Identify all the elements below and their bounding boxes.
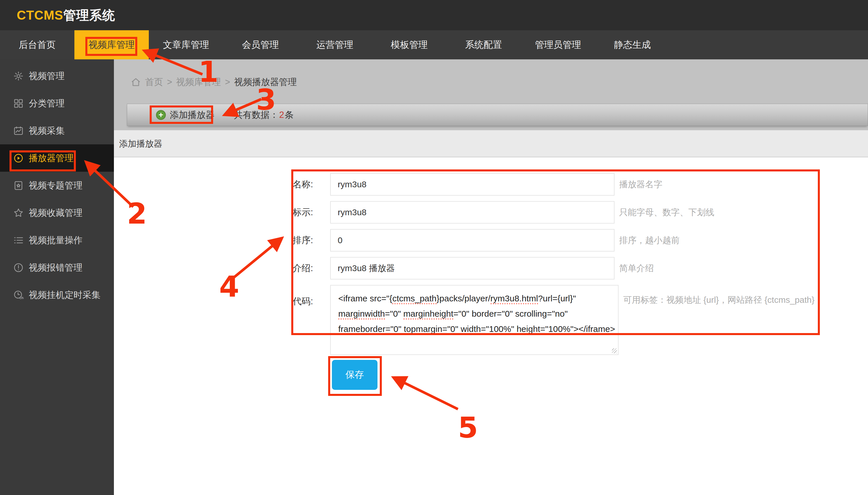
nav-tab-video-library[interactable]: 视频库管理 bbox=[75, 30, 149, 59]
sidebar-item-video-management[interactable]: 视频管理 bbox=[0, 62, 114, 90]
sidebar-menu: 视频管理 分类管理 视频采集 播放器管理 视频专题管理 视频收藏管理 bbox=[0, 59, 114, 309]
sidebar-item-label: 视频管理 bbox=[29, 70, 65, 82]
breadcrumb-separator: > bbox=[225, 77, 230, 87]
form-row-intro: 介绍: 简单介绍 bbox=[293, 257, 815, 279]
star-icon bbox=[13, 208, 23, 218]
plus-icon: + bbox=[156, 110, 166, 120]
sidebar-item-category-management[interactable]: 分类管理 bbox=[0, 90, 114, 117]
gear-icon bbox=[13, 71, 23, 81]
sort-input[interactable] bbox=[330, 229, 615, 252]
intro-input[interactable] bbox=[330, 257, 615, 279]
list-icon bbox=[13, 235, 23, 245]
error-icon bbox=[13, 262, 23, 273]
topic-icon bbox=[13, 181, 23, 191]
sidebar-item-label: 视频专题管理 bbox=[29, 180, 82, 192]
sidebar-item-video-error-management[interactable]: 视频报错管理 bbox=[0, 254, 114, 281]
sidebar-item-video-scheduled-collect[interactable]: ON 视频挂机定时采集 bbox=[0, 281, 114, 309]
nav-tab-operations[interactable]: 运营管理 bbox=[298, 30, 372, 59]
app-header: CTCMS管理系统 bbox=[0, 0, 868, 30]
sidebar-item-video-collect[interactable]: 视频采集 bbox=[0, 117, 114, 144]
nav-tab-dashboard[interactable]: 后台首页 bbox=[0, 30, 75, 59]
count-value: 2 bbox=[279, 110, 284, 120]
add-player-panel: 添加播放器 名称: 播放器名字 标示: 只能字母、数字、下划线 排序: bbox=[114, 130, 868, 495]
toolbar: + 添加播放器 共有数据：2条 bbox=[127, 104, 868, 126]
intro-hint: 简单介绍 bbox=[619, 262, 654, 274]
breadcrumb: 首页 > 视频库管理 > 视频播放器管理 bbox=[131, 75, 297, 89]
app-logo: CTCMS管理系统 bbox=[17, 0, 115, 30]
sort-hint: 排序，越小越前 bbox=[619, 235, 680, 246]
add-player-form: 名称: 播放器名字 标示: 只能字母、数字、下划线 排序: 排序，越小越前 bbox=[293, 173, 815, 390]
nav-tab-static-generation[interactable]: 静态生成 bbox=[595, 30, 670, 59]
sidebar-item-video-batch-operations[interactable]: 视频批量操作 bbox=[0, 226, 114, 254]
logo-suffix: 管理系统 bbox=[63, 8, 115, 22]
code-content: <iframe src="{ctcms_path}packs/player/ry… bbox=[338, 291, 610, 337]
resize-handle-icon[interactable] bbox=[612, 348, 617, 353]
count-label: 共有数据： bbox=[234, 109, 279, 121]
sidebar: 视频管理 分类管理 视频采集 播放器管理 视频专题管理 视频收藏管理 bbox=[0, 59, 114, 495]
save-button[interactable]: 保存 bbox=[332, 360, 377, 390]
breadcrumb-separator: > bbox=[167, 77, 172, 87]
logo-brand: CTCMS bbox=[17, 8, 63, 22]
main-content: 首页 > 视频库管理 > 视频播放器管理 + 添加播放器 共有数据：2条 添加播… bbox=[114, 59, 868, 495]
flag-input[interactable] bbox=[330, 201, 615, 224]
nav-tab-members[interactable]: 会员管理 bbox=[223, 30, 298, 59]
nav-tab-admins[interactable]: 管理员管理 bbox=[521, 30, 595, 59]
svg-text:ON: ON bbox=[19, 296, 23, 300]
sidebar-item-label: 视频采集 bbox=[29, 125, 65, 137]
grid-icon bbox=[13, 98, 23, 109]
sidebar-item-label: 播放器管理 bbox=[29, 152, 73, 164]
breadcrumb-home[interactable]: 首页 bbox=[145, 76, 163, 88]
sidebar-item-label: 分类管理 bbox=[29, 97, 65, 109]
total-count: 共有数据：2条 bbox=[234, 104, 294, 126]
nav-tab-system-config[interactable]: 系统配置 bbox=[446, 30, 521, 59]
sidebar-item-video-favorites-management[interactable]: 视频收藏管理 bbox=[0, 199, 114, 226]
form-row-flag: 标示: 只能字母、数字、下划线 bbox=[293, 201, 815, 224]
timer-icon: ON bbox=[13, 290, 23, 300]
breadcrumb-video-library[interactable]: 视频库管理 bbox=[176, 76, 221, 88]
sidebar-item-label: 视频批量操作 bbox=[29, 234, 82, 246]
sidebar-item-video-topic-management[interactable]: 视频专题管理 bbox=[0, 172, 114, 199]
add-player-button-label: 添加播放器 bbox=[170, 109, 215, 121]
code-textarea[interactable]: <iframe src="{ctcms_path}packs/player/ry… bbox=[330, 285, 619, 355]
panel-body: 名称: 播放器名字 标示: 只能字母、数字、下划线 排序: 排序，越小越前 bbox=[114, 157, 868, 495]
collect-icon bbox=[13, 126, 23, 136]
sidebar-item-label: 视频报错管理 bbox=[29, 262, 82, 274]
form-row-code: 代码: <iframe src="{ctcms_path}packs/playe… bbox=[293, 285, 815, 355]
sidebar-item-label: 视频收藏管理 bbox=[29, 207, 82, 219]
play-circle-icon bbox=[13, 153, 23, 164]
nav-tab-templates[interactable]: 模板管理 bbox=[372, 30, 446, 59]
nav-tab-article-library[interactable]: 文章库管理 bbox=[149, 30, 223, 59]
sidebar-item-player-management[interactable]: 播放器管理 bbox=[0, 144, 114, 172]
code-hint: 可用标签：视频地址 {url}，网站路径 {ctcms_path} bbox=[623, 285, 815, 306]
breadcrumb-current-page: 视频播放器管理 bbox=[234, 76, 297, 88]
form-row-sort: 排序: 排序，越小越前 bbox=[293, 229, 815, 252]
top-nav: 后台首页 视频库管理 文章库管理 会员管理 运营管理 模板管理 系统配置 管理员… bbox=[0, 30, 868, 59]
form-row-name: 名称: 播放器名字 bbox=[293, 173, 815, 195]
panel-title: 添加播放器 bbox=[114, 130, 868, 157]
name-hint: 播放器名字 bbox=[619, 178, 662, 190]
flag-label: 标示: bbox=[293, 206, 318, 218]
sort-label: 排序: bbox=[293, 234, 318, 246]
home-icon bbox=[131, 77, 141, 87]
add-player-button[interactable]: + 添加播放器 bbox=[156, 104, 215, 126]
name-input[interactable] bbox=[330, 173, 615, 195]
sidebar-item-label: 视频挂机定时采集 bbox=[29, 289, 100, 301]
count-unit: 条 bbox=[284, 109, 294, 121]
flag-hint: 只能字母、数字、下划线 bbox=[619, 207, 714, 218]
intro-label: 介绍: bbox=[293, 262, 318, 274]
ctcms-admin-page: CTCMS管理系统 后台首页 视频库管理 文章库管理 会员管理 运营管理 模板管… bbox=[0, 0, 868, 495]
name-label: 名称: bbox=[293, 178, 318, 190]
code-label: 代码: bbox=[293, 285, 318, 307]
